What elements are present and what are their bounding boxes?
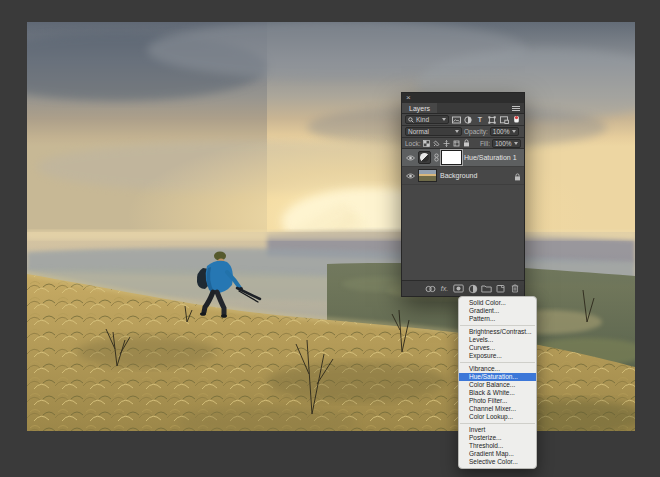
layer-name[interactable]: Background bbox=[440, 172, 477, 179]
panel-bottom-bar: fx. bbox=[402, 280, 524, 296]
filter-toggle-icon[interactable] bbox=[511, 115, 521, 124]
blend-mode-row: Normal Opacity: 100% bbox=[402, 126, 524, 138]
lock-position-icon[interactable] bbox=[443, 139, 451, 148]
chevron-down-icon bbox=[455, 130, 459, 133]
opacity-dropdown[interactable]: 100% bbox=[490, 127, 519, 136]
fill-dropdown[interactable]: 100% bbox=[492, 139, 521, 148]
photoshop-workspace: × Layers Kind T bbox=[0, 0, 660, 477]
fill-label: Fill: bbox=[480, 140, 490, 147]
adjustment-layer-thumbnail[interactable] bbox=[418, 151, 431, 164]
layers-list: Hue/Saturation 1 Background bbox=[402, 149, 524, 280]
menu-separator bbox=[460, 325, 535, 326]
visibility-eye-icon[interactable] bbox=[405, 173, 415, 179]
panel-close-icon[interactable]: × bbox=[406, 94, 411, 102]
menu-item-solid-color[interactable]: Solid Color... bbox=[459, 299, 536, 307]
lock-artboard-icon[interactable] bbox=[453, 139, 461, 148]
lock-label: Lock: bbox=[405, 140, 421, 147]
filter-adjustment-layers-icon[interactable] bbox=[463, 115, 473, 124]
panel-title-strip: × bbox=[402, 93, 524, 103]
panel-menu-icon[interactable] bbox=[512, 105, 520, 112]
menu-item-photo-filter[interactable]: Photo Filter... bbox=[459, 397, 536, 405]
lock-transparency-icon[interactable] bbox=[423, 139, 431, 148]
add-layer-mask-icon[interactable] bbox=[453, 283, 464, 294]
layer-name[interactable]: Hue/Saturation 1 bbox=[464, 154, 517, 161]
menu-item-color-lookup[interactable]: Color Lookup... bbox=[459, 413, 536, 421]
layers-panel: × Layers Kind T bbox=[401, 92, 525, 297]
opacity-value: 100% bbox=[493, 128, 510, 135]
chevron-down-icon bbox=[512, 130, 516, 133]
filter-shape-layers-icon[interactable] bbox=[487, 115, 497, 124]
filter-kind-dropdown[interactable]: Kind bbox=[405, 115, 449, 124]
layer-row-hue-saturation[interactable]: Hue/Saturation 1 bbox=[402, 149, 524, 167]
layer-styles-fx-icon[interactable]: fx. bbox=[439, 283, 450, 294]
filter-kind-label: Kind bbox=[416, 116, 429, 123]
menu-item-levels[interactable]: Levels... bbox=[459, 336, 536, 344]
filter-smart-objects-icon[interactable] bbox=[499, 115, 509, 124]
chevron-down-icon bbox=[514, 142, 518, 145]
lock-row: Lock: Fill: 100% bbox=[402, 138, 524, 149]
new-group-folder-icon[interactable] bbox=[481, 283, 492, 294]
hue-saturation-icon bbox=[420, 153, 429, 162]
adjustment-layer-menu: Solid Color... Gradient... Pattern... Br… bbox=[458, 296, 537, 469]
panel-tab-bar: Layers bbox=[402, 103, 524, 114]
new-adjustment-layer-icon[interactable] bbox=[467, 283, 478, 294]
menu-item-vibrance[interactable]: Vibrance... bbox=[459, 365, 536, 373]
canvas-photo bbox=[27, 22, 635, 431]
background-layer-thumbnail[interactable] bbox=[418, 169, 437, 182]
mask-link-icon[interactable] bbox=[434, 153, 439, 162]
filter-pixel-layers-icon[interactable] bbox=[451, 115, 461, 124]
menu-item-hue-saturation[interactable]: Hue/Saturation... bbox=[459, 373, 536, 381]
blend-mode-dropdown[interactable]: Normal bbox=[405, 127, 462, 136]
menu-item-black-white[interactable]: Black & White... bbox=[459, 389, 536, 397]
menu-item-gradient[interactable]: Gradient... bbox=[459, 307, 536, 315]
menu-item-pattern[interactable]: Pattern... bbox=[459, 315, 536, 323]
menu-item-exposure[interactable]: Exposure... bbox=[459, 352, 536, 360]
menu-item-invert[interactable]: Invert bbox=[459, 426, 536, 434]
menu-item-threshold[interactable]: Threshold... bbox=[459, 442, 536, 450]
menu-item-gradient-map[interactable]: Gradient Map... bbox=[459, 450, 536, 458]
layer-mask-thumbnail[interactable] bbox=[442, 151, 461, 164]
search-icon bbox=[408, 117, 414, 123]
layer-lock-icon bbox=[514, 167, 521, 185]
tab-layers[interactable]: Layers bbox=[402, 103, 437, 113]
menu-item-brightness-contrast[interactable]: Brightness/Contrast... bbox=[459, 328, 536, 336]
opacity-label: Opacity: bbox=[464, 128, 488, 135]
menu-separator bbox=[460, 423, 535, 424]
menu-item-curves[interactable]: Curves... bbox=[459, 344, 536, 352]
new-layer-icon[interactable] bbox=[495, 283, 506, 294]
filter-type-layers-icon[interactable]: T bbox=[475, 115, 485, 124]
layer-filter-row: Kind T bbox=[402, 114, 524, 126]
delete-layer-trash-icon[interactable] bbox=[509, 283, 520, 294]
menu-item-posterize[interactable]: Posterize... bbox=[459, 434, 536, 442]
link-layers-icon[interactable] bbox=[425, 283, 436, 294]
lock-pixels-icon[interactable] bbox=[433, 139, 441, 148]
blend-mode-value: Normal bbox=[408, 128, 429, 135]
chevron-down-icon bbox=[442, 118, 446, 121]
lock-all-icon[interactable] bbox=[463, 139, 471, 148]
fill-value: 100% bbox=[495, 140, 512, 147]
menu-item-channel-mixer[interactable]: Channel Mixer... bbox=[459, 405, 536, 413]
menu-item-color-balance[interactable]: Color Balance... bbox=[459, 381, 536, 389]
visibility-eye-icon[interactable] bbox=[405, 155, 415, 161]
menu-separator bbox=[460, 362, 535, 363]
menu-item-selective-color[interactable]: Selective Color... bbox=[459, 458, 536, 466]
layer-row-background[interactable]: Background bbox=[402, 167, 524, 185]
